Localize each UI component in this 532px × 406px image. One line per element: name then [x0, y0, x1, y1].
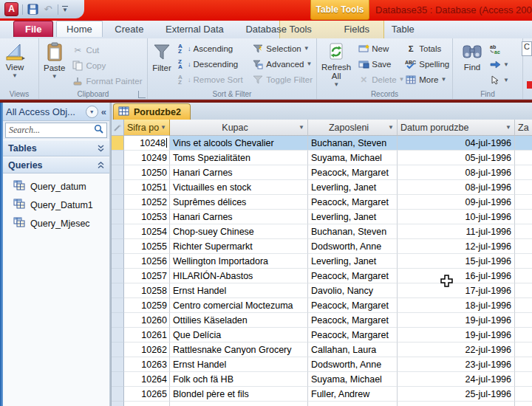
cell-zaposleni[interactable]: Davolio, Nancy [308, 283, 398, 298]
search-icon[interactable] [94, 124, 103, 137]
record-selector[interactable] [112, 402, 124, 406]
cell-datum[interactable]: 09-jul-1996 [398, 195, 515, 210]
column-dropdown-icon[interactable]: ▼ [505, 124, 511, 131]
cell-za[interactable] [515, 283, 532, 298]
tab-database-tools[interactable]: Database Tools [236, 21, 321, 38]
cell-za[interactable] [515, 402, 532, 406]
chevron-expand-icon[interactable] [98, 145, 104, 152]
tab-create[interactable]: Create [105, 21, 153, 38]
record-selector[interactable] [112, 224, 124, 239]
shutter-close-icon[interactable]: « [101, 106, 106, 117]
cell-sifra[interactable]: 10263 [124, 357, 170, 372]
goto-button[interactable]: ▼ [487, 57, 511, 72]
column-dropdown-icon[interactable]: ▼ [160, 124, 166, 131]
record-selector[interactable] [112, 283, 124, 298]
cell-sifra[interactable]: 10264 [124, 372, 170, 387]
record-selector[interactable] [112, 298, 124, 313]
cell-sifra[interactable]: 10259 [124, 298, 170, 313]
record-selector[interactable] [112, 210, 124, 224]
column-dropdown-icon[interactable]: ▼ [299, 124, 304, 131]
cell-za[interactable] [515, 151, 532, 165]
cell-za[interactable] [515, 372, 532, 387]
cell-kupac[interactable]: Richter Supermarkt [170, 239, 308, 254]
cell-za[interactable] [515, 343, 532, 357]
cell-kupac[interactable]: Victuailles en stock [170, 180, 308, 195]
cell-datum[interactable]: 23-jul-1996 [398, 357, 515, 372]
cell-kupac[interactable]: Ottilies Käseladen [170, 313, 308, 328]
cell-sifra[interactable]: 10252 [124, 195, 170, 210]
cell-kupac[interactable]: Folk och fä HB [170, 372, 308, 387]
record-selector[interactable] [112, 239, 124, 254]
tab-home[interactable]: Home [56, 21, 103, 37]
column-header-sifra[interactable]: Sifra po ▼ [124, 120, 170, 136]
cell-zaposleni[interactable]: Fuller, Andrew [308, 387, 398, 402]
advanced-button[interactable]: Advanced ▼ [250, 56, 315, 72]
save-icon[interactable] [27, 4, 38, 16]
qat-customize-icon[interactable]: ▼ [62, 6, 68, 13]
record-selector[interactable] [112, 165, 124, 180]
column-dropdown-icon[interactable]: ▼ [388, 124, 394, 131]
cell-za[interactable] [515, 195, 532, 210]
cell-za[interactable] [515, 387, 532, 402]
cell-zaposleni[interactable]: Peacock, Margaret [308, 298, 398, 313]
find-button[interactable]: Find [459, 41, 485, 91]
cell-za[interactable] [515, 239, 532, 254]
cell-kupac[interactable]: Blondel père et fils [170, 387, 308, 402]
record-selector[interactable] [112, 254, 124, 269]
save-record-button[interactable]: Save [355, 56, 401, 72]
cell-datum[interactable]: 24-jul-1996 [398, 372, 515, 387]
cell-datum[interactable]: 05-jul-1996 [398, 151, 515, 165]
descending-button[interactable]: ZA↓ Descending [176, 56, 248, 72]
cell-datum[interactable]: 17-jul-1996 [398, 283, 515, 298]
record-selector[interactable] [112, 151, 124, 165]
cell-sifra[interactable]: 10256 [124, 254, 170, 269]
cell-zaposleni[interactable]: Peacock, Margaret [308, 165, 398, 180]
cell-sifra[interactable]: 10260 [124, 313, 170, 328]
nav-section-tables[interactable]: Tables [3, 140, 109, 156]
cell-zaposleni[interactable] [308, 402, 398, 406]
cell-sifra[interactable]: 10249 [124, 151, 170, 165]
nav-menu-icon[interactable]: ▼ [86, 106, 98, 118]
cell-za[interactable] [515, 210, 532, 224]
record-selector[interactable] [112, 387, 124, 402]
spelling-button[interactable]: ABC Spelling [403, 56, 451, 72]
cell-za[interactable] [515, 328, 532, 343]
datasheet-corner-cell[interactable] [112, 120, 124, 136]
record-selector[interactable] [112, 269, 124, 283]
cell-za[interactable] [515, 313, 532, 328]
refresh-all-button[interactable]: Refresh All ▼ [318, 41, 354, 91]
cell-datum[interactable]: 22-jul-1996 [398, 343, 515, 357]
cell-zaposleni[interactable]: Peacock, Margaret [308, 269, 398, 283]
paste-button[interactable]: Paste ▼ [41, 41, 68, 91]
cell-kupac[interactable]: Hanari Carnes [170, 210, 308, 224]
column-header-zaposleni[interactable]: Zaposleni ▼ [308, 120, 398, 136]
cell-sifra[interactable]: 10255 [124, 239, 170, 254]
cell-sifra[interactable]: 10254 [124, 224, 170, 239]
record-selector[interactable] [112, 357, 124, 372]
replace-button[interactable]: abac [487, 41, 511, 57]
cell-sifra[interactable]: 10251 [124, 180, 170, 195]
cell-datum[interactable]: 11-jul-1996 [398, 224, 515, 239]
access-app-icon[interactable]: A [4, 2, 18, 16]
chevron-collapse-icon[interactable] [98, 162, 104, 169]
tab-file[interactable]: File [13, 21, 53, 37]
totals-button[interactable]: Σ Totals [403, 41, 451, 56]
tab-table[interactable]: Table [382, 21, 424, 38]
cell-zaposleni[interactable]: Peacock, Margaret [308, 328, 398, 343]
cell-zaposleni[interactable]: Dodsworth, Anne [308, 239, 398, 254]
ascending-button[interactable]: AZ↓ Ascending [176, 41, 248, 56]
cell-sifra[interactable] [124, 402, 170, 406]
cell-zaposleni[interactable]: Callahan, Laura [308, 343, 398, 357]
cell-sifra[interactable]: 10248 [124, 136, 170, 151]
search-input[interactable]: Search... [5, 123, 107, 138]
more-button[interactable]: More ▼ [403, 72, 451, 87]
record-selector[interactable] [112, 343, 124, 357]
select-button[interactable]: ▼ [487, 72, 511, 88]
cell-datum[interactable]: 08-jul-1996 [398, 180, 515, 195]
document-tab-porudzbe2[interactable]: Porudzbe2 [113, 103, 191, 120]
record-selector[interactable] [112, 195, 124, 210]
cell-datum[interactable]: 04-jul-1996 [398, 136, 515, 151]
cell-za[interactable] [515, 269, 532, 283]
filter-button[interactable]: Filter [149, 41, 174, 91]
cell-kupac[interactable]: Toms Spezialitäten [170, 151, 308, 165]
